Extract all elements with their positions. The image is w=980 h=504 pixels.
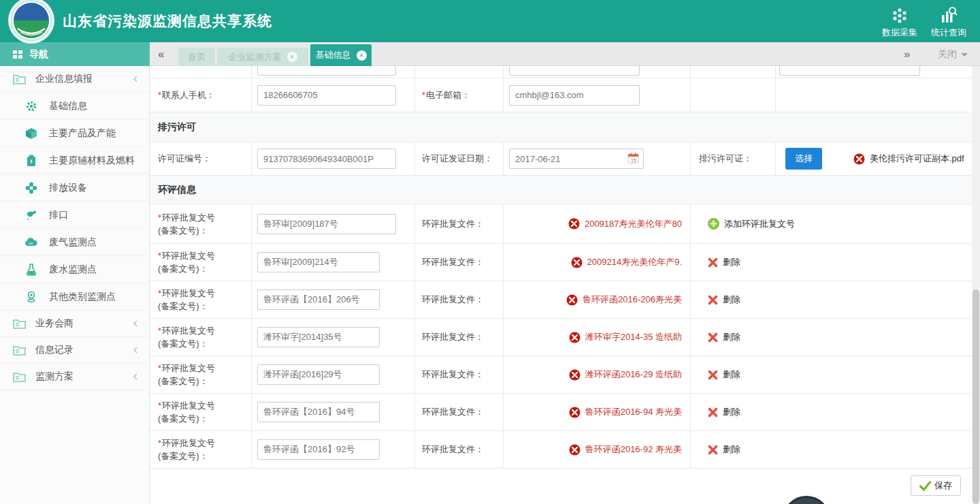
data-collect-button[interactable]: 数据采集 xyxy=(878,4,921,39)
eia-file-label: 环评批复文件： xyxy=(422,218,484,230)
delete-x-icon xyxy=(708,370,718,380)
delete-eia-row-button[interactable]: 删除 xyxy=(708,256,740,268)
sidebar-item-waste-water-points[interactable]: 废水监测点 xyxy=(0,256,149,283)
eia-doc-no-label: *环评批复文号 (备案文号)： xyxy=(158,399,215,425)
delete-eia-row-button[interactable]: 删除 xyxy=(708,406,740,418)
eia-doc-no-label: *环评批复文号 (备案文号)： xyxy=(158,324,215,350)
license-date-input[interactable] xyxy=(509,148,644,169)
chevron-left-icon xyxy=(133,318,138,329)
remove-file-circle-icon[interactable] xyxy=(569,332,581,343)
eia-doc-no-label: *环评批复文号 (备案文号)： xyxy=(158,287,215,313)
gas-cloud-icon: co xyxy=(24,237,38,247)
eia-file-link[interactable]: 2009187寿光美伦年产80 xyxy=(568,218,682,230)
tab-basic-info[interactable]: 基础信息 × xyxy=(310,44,372,66)
eia-file-link[interactable]: 鲁环评函2016-94 寿光美 xyxy=(569,406,682,418)
delete-eia-row-button[interactable]: 删除 xyxy=(708,368,740,381)
sidebar-item-emission-equipment[interactable]: 排放设备 xyxy=(0,174,149,202)
remove-file-circle-icon[interactable] xyxy=(571,257,583,268)
eia-doc-no-input[interactable] xyxy=(257,252,380,272)
cut-off-input[interactable] xyxy=(779,66,920,76)
check-icon xyxy=(919,481,931,491)
remove-file-circle-icon[interactable] xyxy=(569,444,581,456)
sidebar-group-business-consult[interactable]: 业务会商 xyxy=(0,311,149,337)
flask-icon xyxy=(24,264,38,276)
eia-row: *环评批复文号 (备案文号)： 环评批复文件： 潍环评函2016-29 造纸助 xyxy=(150,356,972,394)
eia-row: *环评批复文号 (备案文号)： 环评批复文件： 2009187寿光美伦年产80 xyxy=(150,204,972,244)
gear-icon xyxy=(24,100,38,112)
add-eia-doc-button[interactable]: 添加环评批复文号 xyxy=(708,218,795,230)
app-title: 山东省污染源监测信息共享系统 xyxy=(63,0,272,42)
cube-icon xyxy=(24,127,38,140)
delete-eia-row-button[interactable]: 删除 xyxy=(708,294,740,306)
stats-query-button[interactable]: 统计查询 xyxy=(927,4,970,39)
save-button[interactable]: 保存 xyxy=(911,475,961,496)
app-logo-icon xyxy=(5,0,57,46)
permit-file-link[interactable]: 美伦排污许可证副本.pdf xyxy=(853,153,964,165)
eia-doc-no-label: *环评批复文号 (备案文号)： xyxy=(158,211,215,237)
delete-eia-row-button[interactable]: 删除 xyxy=(708,443,740,456)
tabs-scroll-left-icon[interactable]: « xyxy=(158,42,164,66)
sidebar-group-info-records[interactable]: 信息记录 xyxy=(0,337,149,364)
chevron-left-icon xyxy=(133,345,138,356)
close-tab-icon[interactable]: × xyxy=(357,50,367,61)
eia-rows: *环评批复文号 (备案文号)： 环评批复文件： 2009187寿光美伦年产80 xyxy=(150,204,972,469)
eia-row: *环评批复文号 (备案文号)： 环评批复文件： 鲁环评函2016-92 寿光美 xyxy=(150,431,972,469)
svg-text:15: 15 xyxy=(631,158,636,163)
cut-off-input[interactable] xyxy=(509,66,640,76)
tab-home[interactable]: 首页 xyxy=(178,48,215,66)
sidebar-item-products-capacity[interactable]: 主要产品及产能 xyxy=(0,120,149,147)
delete-eia-row-button[interactable]: 删除 xyxy=(708,331,740,343)
choose-file-button[interactable]: 选择 xyxy=(785,148,822,170)
sidebar-item-other-monitor-points[interactable]: 其他类别监测点 xyxy=(0,283,149,311)
eia-file-link[interactable]: 鲁环评函2016-206寿光美 xyxy=(566,294,682,306)
fuel-icon xyxy=(24,155,38,167)
eia-doc-no-input[interactable] xyxy=(257,214,396,234)
remove-file-circle-icon[interactable] xyxy=(569,369,581,381)
application-window: 山东省污染源监测信息共享系统 数据采集 xyxy=(0,0,980,504)
close-tabs-menu[interactable]: 关闭 xyxy=(938,42,968,66)
eia-file-link[interactable]: 鲁环评函2016-92 寿光美 xyxy=(569,443,682,456)
sidebar-item-basic-info[interactable]: 基础信息 xyxy=(0,93,149,120)
eia-file-link[interactable]: 2009214寿光美伦年产9. xyxy=(571,256,682,268)
app-header: 山东省污染源监测信息共享系统 数据采集 xyxy=(0,0,980,42)
eia-row: *环评批复文号 (备案文号)： 环评批复文件： 鲁环评函2016-206寿光美 xyxy=(150,281,972,319)
eia-file-link[interactable]: 潍环评函2016-29 造纸助 xyxy=(569,368,682,381)
remove-file-circle-icon[interactable] xyxy=(566,294,578,306)
remove-file-circle-icon[interactable] xyxy=(853,153,865,165)
calendar-icon[interactable]: 15 xyxy=(627,153,639,164)
folder-icon xyxy=(12,74,26,84)
eia-row: *环评批复文号 (备案文号)： 环评批复文件： 鲁环评函2016-94 寿光美 xyxy=(150,394,972,431)
email-label: *电子邮箱： xyxy=(422,89,470,101)
eia-file-label: 环评批复文件： xyxy=(422,443,484,456)
permit-cert-label: 排污许可证： xyxy=(699,153,752,165)
tabs-scroll-right-icon[interactable]: » xyxy=(904,42,910,66)
tab-enterprise-monitor-plan[interactable]: 企业监测方案 × xyxy=(217,48,308,66)
eia-doc-no-input[interactable] xyxy=(257,289,380,310)
fan-icon xyxy=(24,182,38,194)
sidebar-item-outlet[interactable]: 排口 xyxy=(0,202,149,229)
remove-file-circle-icon[interactable] xyxy=(568,218,580,230)
folder-icon xyxy=(12,371,26,382)
eia-doc-no-label: *环评批复文号 (备案文号)： xyxy=(158,437,215,462)
location-pin-icon xyxy=(24,291,38,303)
cut-off-input[interactable] xyxy=(257,66,396,76)
remove-file-circle-icon[interactable] xyxy=(569,407,581,418)
eia-row: *环评批复文号 (备案文号)： 环评批复文件： 2009214寿光美伦年产9. xyxy=(150,244,972,281)
scrollbar-thumb[interactable] xyxy=(973,289,979,504)
eia-doc-no-input[interactable] xyxy=(257,364,380,385)
email-input[interactable] xyxy=(509,85,640,106)
phone-input[interactable] xyxy=(257,85,396,106)
sidebar-item-waste-gas-points[interactable]: co 废气监测点 xyxy=(0,229,149,256)
eia-doc-no-input[interactable] xyxy=(257,439,380,460)
dots-cluster-icon xyxy=(878,4,921,25)
eia-file-link[interactable]: 潍环审字2014-35 造纸助 xyxy=(569,331,682,343)
sidebar-group-enterprise-info[interactable]: 企业信息填报 xyxy=(0,66,149,93)
license-no-input[interactable] xyxy=(257,148,396,169)
add-circle-icon xyxy=(708,218,719,230)
sidebar-nav: 企业信息填报 基础信息 主要产品及产能 主要原辅材料及燃料 xyxy=(0,66,150,504)
sidebar-item-raw-materials-fuel[interactable]: 主要原辅材料及燃料 xyxy=(0,147,149,174)
eia-doc-no-input[interactable] xyxy=(257,327,380,347)
eia-doc-no-input[interactable] xyxy=(257,402,380,422)
sidebar-group-monitor-plan[interactable]: 监测方案 xyxy=(0,364,149,390)
close-tab-icon[interactable]: × xyxy=(287,52,297,62)
